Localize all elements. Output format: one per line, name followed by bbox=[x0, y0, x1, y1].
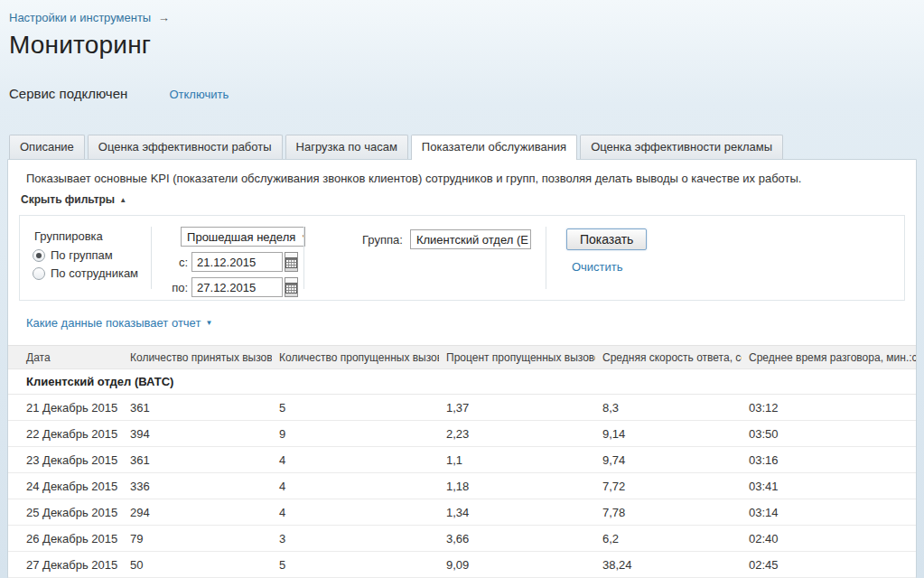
table-row: 24 Декабрь 201533641,187,7203:41 bbox=[8, 473, 916, 499]
table-cell: 1,37 bbox=[439, 401, 595, 415]
grouping-label: Группировка bbox=[34, 229, 138, 243]
radio-unchecked-icon[interactable] bbox=[33, 267, 45, 280]
breadcrumb-link[interactable]: Настройки и инструменты bbox=[9, 11, 151, 24]
table-cell: 7,72 bbox=[595, 480, 742, 493]
date-from-input[interactable] bbox=[191, 252, 283, 272]
table-row: 21 Декабрь 201536151,378,303:12 bbox=[8, 395, 916, 421]
table-cell: 5 bbox=[272, 401, 439, 415]
tab-item[interactable]: Описание bbox=[9, 135, 85, 159]
breadcrumb-arrow-icon: → bbox=[158, 11, 170, 24]
page-header: Настройки и инструменты → Мониторинг Сер… bbox=[0, 0, 924, 101]
column-header: Средняя скорость ответа, сек. bbox=[595, 351, 742, 364]
calendar-icon bbox=[285, 282, 297, 294]
table-cell: 6,2 bbox=[595, 532, 742, 545]
tab-item[interactable]: Оценка эффективности рекламы bbox=[580, 135, 783, 159]
table-cell: 3 bbox=[272, 532, 439, 545]
table-cell: 336 bbox=[123, 480, 272, 493]
column-header: Количество принятых вызовов bbox=[123, 351, 272, 364]
calendar-button[interactable] bbox=[285, 252, 298, 272]
report-info-label: Какие данные показывает отчет bbox=[26, 316, 201, 330]
table-cell: 26 Декабрь 2015 bbox=[19, 532, 123, 545]
table-cell: 1,1 bbox=[439, 453, 595, 467]
table-cell: 8,3 bbox=[595, 401, 742, 415]
table-cell: 23 Декабрь 2015 bbox=[19, 453, 123, 467]
table-header-row: ДатаКоличество принятых вызововКоличеств… bbox=[8, 345, 916, 369]
table-cell: 03:12 bbox=[742, 401, 916, 415]
table-cell: 4 bbox=[272, 506, 439, 519]
date-to-input[interactable] bbox=[191, 277, 283, 297]
period-select[interactable]: Прошедшая неделя ▼ bbox=[181, 227, 305, 247]
column-header: Количество пропущенных вызовов bbox=[272, 351, 439, 364]
show-button[interactable]: Показать bbox=[566, 228, 648, 250]
group-select-value: Клиентский отдел (Е bbox=[416, 233, 528, 247]
table-group-row: Клиентский отдел (ВАТС) bbox=[8, 369, 916, 395]
table-cell: 9 bbox=[272, 427, 439, 441]
table-cell: 02:45 bbox=[742, 558, 916, 572]
filter-box: Группировка По группам По сотрудникам Пр… bbox=[19, 215, 905, 301]
group-select[interactable]: Клиентский отдел (Е ▼ bbox=[410, 229, 531, 249]
page-title: Мониторинг bbox=[9, 31, 915, 60]
radio-by-groups-label: По группам bbox=[51, 248, 113, 262]
clear-link[interactable]: Очистить bbox=[572, 260, 648, 274]
table-cell: 5 bbox=[272, 558, 439, 572]
breadcrumb: Настройки и инструменты → bbox=[9, 11, 915, 24]
table-row: 26 Декабрь 20157933,666,202:40 bbox=[8, 526, 916, 552]
table-row: 25 Декабрь 201529441,347,7803:14 bbox=[8, 499, 916, 526]
table-cell: 27 Декабрь 2015 bbox=[19, 558, 123, 572]
table-row: 27 Декабрь 20155059,0938,2402:45 bbox=[8, 552, 916, 578]
content-panel: Показывает основные KPI (показатели обсл… bbox=[7, 159, 917, 578]
group-label: Группа: bbox=[362, 233, 403, 247]
table-cell: 50 bbox=[123, 558, 272, 572]
column-header: Процент пропущенных вызовов bbox=[439, 351, 595, 364]
table-body: 21 Декабрь 201536151,378,303:1222 Декабр… bbox=[8, 395, 916, 578]
tab-item[interactable]: Показатели обслуживания bbox=[411, 135, 577, 160]
table-cell: 294 bbox=[123, 506, 272, 519]
table-cell: 361 bbox=[123, 453, 272, 467]
table-cell: 1,34 bbox=[439, 506, 595, 519]
group-section: Группа: Клиентский отдел (Е ▼ bbox=[304, 227, 546, 289]
hide-filters-label: Скрыть фильтры bbox=[21, 193, 115, 206]
table-cell: 9,09 bbox=[439, 558, 595, 572]
table-cell: 7,78 bbox=[595, 506, 742, 519]
radio-checked-icon[interactable] bbox=[33, 249, 45, 262]
table-cell: 03:50 bbox=[742, 427, 916, 441]
table-row: 23 Декабрь 201536141,19,7403:16 bbox=[8, 447, 916, 473]
service-status-text: Сервис подключен bbox=[9, 86, 127, 101]
table-cell: 4 bbox=[272, 453, 439, 467]
column-header: Среднее время разговора, мин.:сек. bbox=[742, 351, 916, 364]
table-cell: 79 bbox=[123, 532, 272, 545]
table-cell: 9,74 bbox=[595, 453, 742, 467]
triangle-up-icon: ▲ bbox=[119, 196, 126, 204]
table-cell: 1,18 bbox=[439, 480, 595, 493]
table-cell: 02:40 bbox=[742, 532, 916, 545]
table-cell: 24 Декабрь 2015 bbox=[19, 480, 123, 493]
table-cell: 4 bbox=[272, 480, 439, 493]
table-cell: 9,14 bbox=[595, 427, 742, 441]
tab-description: Показывает основные KPI (показатели обсл… bbox=[8, 160, 916, 185]
tab-item[interactable]: Оценка эффективности работы bbox=[88, 135, 283, 159]
table-cell: 2,23 bbox=[439, 427, 595, 441]
table-cell: 38,24 bbox=[595, 558, 742, 572]
period-select-value: Прошедшая неделя bbox=[187, 230, 295, 244]
actions-section: Показать Очистить bbox=[546, 227, 648, 289]
radio-by-groups[interactable]: По группам bbox=[33, 248, 138, 262]
report-info-link[interactable]: Какие данные показывает отчет ▼ bbox=[26, 316, 212, 330]
table-cell: 361 bbox=[123, 401, 272, 415]
kpi-table: ДатаКоличество принятых вызововКоличеств… bbox=[8, 345, 916, 578]
calendar-icon bbox=[285, 256, 297, 268]
table-cell: 3,66 bbox=[439, 532, 595, 545]
calendar-button[interactable] bbox=[285, 277, 298, 297]
date-from-label: с: bbox=[168, 256, 188, 269]
column-header: Дата bbox=[19, 351, 123, 364]
table-cell: 21 Декабрь 2015 bbox=[19, 401, 123, 415]
radio-by-employees[interactable]: По сотрудникам bbox=[33, 266, 138, 280]
table-cell: 22 Декабрь 2015 bbox=[19, 427, 123, 441]
table-cell: 25 Декабрь 2015 bbox=[19, 506, 123, 519]
date-to-label: по: bbox=[168, 281, 188, 294]
hide-filters-toggle[interactable]: Скрыть фильтры ▲ bbox=[21, 193, 126, 206]
tab-item[interactable]: Нагрузка по часам bbox=[285, 135, 408, 159]
disconnect-link[interactable]: Отключить bbox=[169, 88, 229, 101]
table-cell: 03:41 bbox=[742, 480, 916, 493]
grouping-section: Группировка По группам По сотрудникам bbox=[20, 227, 151, 289]
table-cell: 394 bbox=[123, 427, 272, 441]
